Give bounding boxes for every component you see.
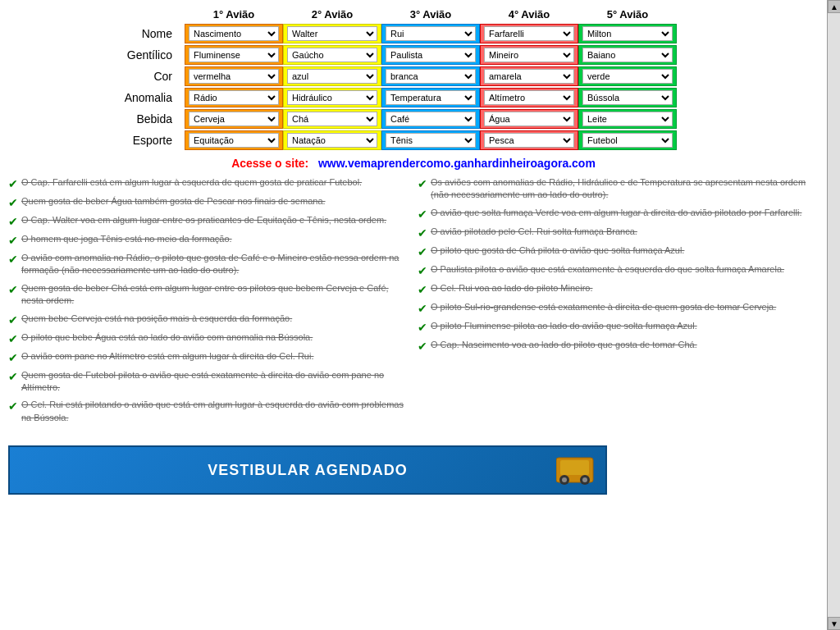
select-r2-c3[interactable]: amarela bbox=[484, 69, 574, 84]
table-row: AnomaliaRádioHidráulicoTemperaturaAltíme… bbox=[8, 88, 819, 107]
check-icon-right-2: ✔ bbox=[418, 226, 427, 240]
clue-left-3: ✔O homem que joga Tênis está no meio da … bbox=[8, 233, 409, 247]
select-r3-c3[interactable]: Altímetro bbox=[484, 90, 574, 105]
select-r0-c2[interactable]: Rui bbox=[386, 26, 476, 41]
clue-right-4: ✔O Paulista pilota o avião que está exat… bbox=[418, 263, 819, 277]
promo-bar: Acesse o site: www.vemaprendercomo.ganha… bbox=[8, 157, 819, 170]
select-r5-c1[interactable]: Natação bbox=[287, 133, 377, 148]
select-r3-c4[interactable]: Bússola bbox=[582, 90, 673, 105]
select-r3-c1[interactable]: Hidráulico bbox=[287, 90, 377, 105]
header-aviao3: 3° Avião bbox=[381, 8, 480, 21]
select-r2-c4[interactable]: verde bbox=[582, 69, 673, 84]
select-r0-c3[interactable]: Farfarelli bbox=[484, 26, 574, 41]
cell-r3-c4: Bússola bbox=[578, 88, 677, 107]
select-r2-c2[interactable]: branca bbox=[386, 69, 476, 84]
clue-text-right-4: O Paulista pilota o avião que está exata… bbox=[431, 263, 784, 276]
select-r0-c0[interactable]: Nascimento bbox=[189, 26, 279, 41]
table-row: BebidaCervejaCháCaféÁguaLeite bbox=[8, 109, 819, 129]
select-r4-c2[interactable]: Café bbox=[386, 112, 476, 126]
select-r4-c4[interactable]: Leite bbox=[582, 112, 673, 126]
select-r0-c4[interactable]: Milton bbox=[582, 26, 673, 41]
select-r2-c0[interactable]: vermelha bbox=[189, 69, 279, 84]
check-icon-left-2: ✔ bbox=[8, 215, 18, 228]
table-row: NomeNascimentoWalterRuiFarfarelliMilton bbox=[8, 24, 819, 43]
check-icon-left-10: ✔ bbox=[8, 399, 18, 413]
cell-r1-c1: Gaúcho bbox=[283, 45, 381, 65]
clue-left-7: ✔O piloto que bebe Água está ao lado do … bbox=[8, 331, 409, 345]
cell-r0-c0: Nascimento bbox=[185, 24, 283, 43]
cell-r4-c1: Chá bbox=[283, 109, 381, 129]
clue-left-6: ✔Quem bebe Cerveja está na posição mais … bbox=[8, 313, 409, 326]
cell-r1-c4: Baiano bbox=[578, 45, 677, 65]
cell-r0-c2: Rui bbox=[381, 24, 480, 43]
clue-left-1: ✔Quem gosta de beber Água também gosta d… bbox=[8, 195, 409, 209]
clue-left-5: ✔Quem gosta de beber Chá está em algum l… bbox=[8, 282, 409, 308]
table-header: 1° Avião 2° Avião 3° Avião 4° Avião 5° A… bbox=[185, 8, 819, 21]
clue-text-right-2: O avião pilotado pelo Cel. Rui solta fum… bbox=[431, 226, 637, 238]
clue-right-6: ✔O piloto Sul-rio-grandense está exatame… bbox=[418, 301, 819, 315]
select-r1-c0[interactable]: Fluminense bbox=[189, 48, 279, 62]
check-icon-left-5: ✔ bbox=[8, 283, 18, 296]
header-aviao1: 1° Avião bbox=[185, 8, 283, 21]
cell-r0-c4: Milton bbox=[578, 24, 677, 43]
scrollbar[interactable]: ▲ ▼ bbox=[827, 0, 840, 503]
scroll-up-btn[interactable]: ▲ bbox=[828, 0, 840, 13]
cell-r5-c3: Pesca bbox=[480, 130, 578, 150]
clue-text-right-3: O piloto que gosta de Chá pilota o avião… bbox=[431, 244, 684, 257]
clue-text-left-2: O Cap. Walter voa em algum lugar entre o… bbox=[21, 214, 386, 226]
clue-right-0: ✔Os aviões com anomalias de Rádio, Hidrá… bbox=[418, 176, 819, 202]
clues-container: ✔O Cap. Farfarelli está em algum lugar à… bbox=[8, 176, 819, 429]
cell-r2-c0: vermelha bbox=[185, 66, 283, 86]
select-r5-c2[interactable]: Tênis bbox=[386, 133, 476, 148]
select-r5-c0[interactable]: Equitação bbox=[189, 133, 279, 148]
cell-r4-c4: Leite bbox=[578, 109, 677, 129]
header-aviao4: 4° Avião bbox=[480, 8, 578, 21]
table-row: EsporteEquitaçãoNataçãoTênisPescaFutebol bbox=[8, 130, 819, 150]
select-r5-c3[interactable]: Pesca bbox=[484, 133, 574, 148]
check-icon-right-8: ✔ bbox=[418, 340, 427, 353]
select-r1-c3[interactable]: Mineiro bbox=[484, 48, 574, 62]
clue-text-left-4: O avião com anomalia no Rádio, o piloto … bbox=[21, 252, 409, 277]
select-r4-c3[interactable]: Água bbox=[484, 112, 574, 126]
clue-text-left-10: O Cel. Rui está pilotando o avião que es… bbox=[21, 399, 409, 424]
cell-r5-c0: Equitação bbox=[185, 130, 283, 150]
check-icon-right-1: ✔ bbox=[418, 208, 427, 221]
cell-r2-c3: amarela bbox=[480, 66, 578, 86]
row-label-gentílico: Gentílico bbox=[8, 48, 185, 62]
select-r3-c0[interactable]: Rádio bbox=[189, 90, 279, 105]
cell-r2-c4: verde bbox=[578, 66, 677, 86]
svg-rect-5 bbox=[560, 460, 589, 475]
cell-r4-c0: Cerveja bbox=[185, 109, 283, 129]
select-r0-c1[interactable]: Walter bbox=[287, 26, 377, 41]
clue-text-right-5: O Cel. Rui voa ao lado do piloto Mineiro… bbox=[431, 282, 593, 294]
table-row: Corvermelhaazulbrancaamarelaverde bbox=[8, 66, 819, 86]
check-icon-left-7: ✔ bbox=[8, 332, 18, 345]
select-r3-c2[interactable]: Temperatura bbox=[386, 90, 476, 105]
clues-left: ✔O Cap. Farfarelli está em algum lugar à… bbox=[8, 176, 418, 429]
select-r5-c4[interactable]: Futebol bbox=[582, 133, 673, 148]
clue-left-2: ✔O Cap. Walter voa em algum lugar entre … bbox=[8, 214, 409, 228]
select-r1-c4[interactable]: Baiano bbox=[582, 48, 673, 62]
row-label-esporte: Esporte bbox=[8, 134, 185, 147]
bottom-banner: VESTIBULAR AGENDADO bbox=[8, 445, 607, 495]
row-label-cor: Cor bbox=[8, 70, 185, 83]
cell-r5-c2: Tênis bbox=[381, 130, 480, 150]
check-icon-right-3: ✔ bbox=[418, 245, 427, 258]
clue-text-left-6: Quem bebe Cerveja está na posição mais à… bbox=[21, 313, 292, 325]
data-table: NomeNascimentoWalterRuiFarfarelliMiltonG… bbox=[8, 24, 819, 150]
table-row: GentílicoFluminenseGaúchoPaulistaMineiro… bbox=[8, 45, 819, 65]
cell-r4-c2: Café bbox=[381, 109, 480, 129]
check-icon-left-8: ✔ bbox=[8, 351, 18, 364]
select-r1-c1[interactable]: Gaúcho bbox=[287, 48, 377, 62]
select-r4-c1[interactable]: Chá bbox=[287, 112, 377, 126]
cell-r1-c0: Fluminense bbox=[185, 45, 283, 65]
select-r2-c1[interactable]: azul bbox=[287, 69, 377, 84]
cell-r3-c2: Temperatura bbox=[381, 88, 480, 107]
clue-text-left-8: O avião com pane no Altímetro está em al… bbox=[21, 350, 313, 363]
cell-r3-c3: Altímetro bbox=[480, 88, 578, 107]
banner-icon bbox=[556, 454, 597, 489]
clue-text-right-7: O piloto Fluminense pilota ao lado do av… bbox=[431, 320, 697, 332]
select-r4-c0[interactable]: Cerveja bbox=[189, 112, 279, 126]
select-r1-c2[interactable]: Paulista bbox=[386, 48, 476, 62]
check-icon-right-4: ✔ bbox=[418, 264, 427, 277]
